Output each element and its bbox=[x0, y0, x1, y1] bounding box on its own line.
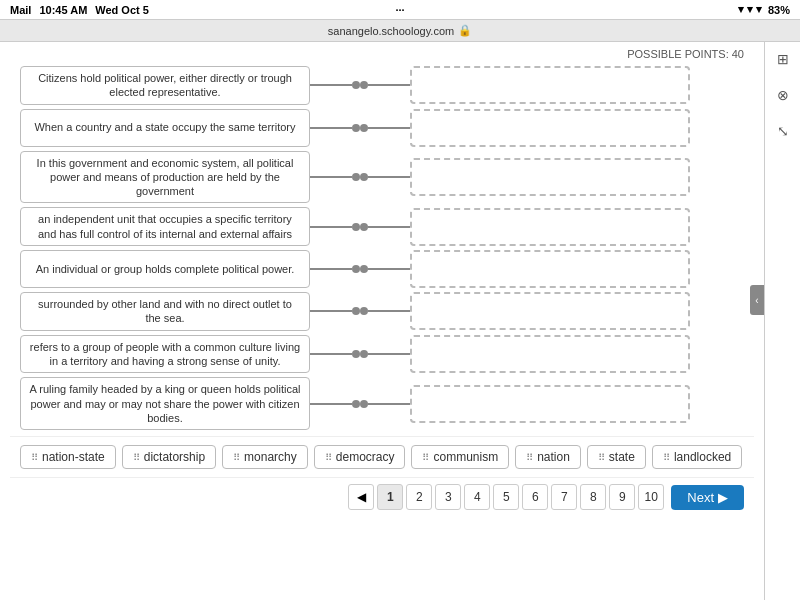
page-button-2[interactable]: 2 bbox=[406, 484, 432, 510]
chips-area: nation-statedictatorshipmonarchydemocrac… bbox=[10, 436, 754, 477]
grid-icon[interactable]: ⊞ bbox=[772, 48, 794, 70]
match-row: Citizens hold political power, either di… bbox=[20, 66, 744, 105]
connector bbox=[310, 173, 410, 181]
answer-chip[interactable]: democracy bbox=[314, 445, 406, 469]
match-row: A ruling family headed by a king or quee… bbox=[20, 377, 744, 430]
page-button-3[interactable]: 3 bbox=[435, 484, 461, 510]
time-label: 10:45 AM bbox=[39, 4, 87, 16]
match-row: When a country and a state occupy the sa… bbox=[20, 109, 744, 147]
sidebar-collapse-button[interactable]: ‹ bbox=[750, 285, 764, 315]
answer-chip[interactable]: communism bbox=[411, 445, 509, 469]
dots-label: ··· bbox=[395, 4, 404, 16]
mail-label: Mail bbox=[10, 4, 31, 16]
page-button-5[interactable]: 5 bbox=[493, 484, 519, 510]
close-circle-icon[interactable]: ⊗ bbox=[772, 84, 794, 106]
match-row: an independent unit that occupies a spec… bbox=[20, 207, 744, 246]
wifi-icon: ▾ ▾ ▾ bbox=[738, 3, 762, 16]
answer-drop-zone[interactable] bbox=[410, 158, 690, 196]
definition-box: surrounded by other land and with no dir… bbox=[20, 292, 310, 331]
connector bbox=[310, 307, 410, 315]
connector bbox=[310, 223, 410, 231]
matching-container: Citizens hold political power, either di… bbox=[10, 66, 754, 430]
page-button-8[interactable]: 8 bbox=[580, 484, 606, 510]
page-button-4[interactable]: 4 bbox=[464, 484, 490, 510]
answer-chip[interactable]: landlocked bbox=[652, 445, 742, 469]
connector bbox=[310, 81, 410, 89]
answer-chip[interactable]: nation-state bbox=[20, 445, 116, 469]
answer-drop-zone[interactable] bbox=[410, 109, 690, 147]
answer-chip[interactable]: state bbox=[587, 445, 646, 469]
definition-box: refers to a group of people with a commo… bbox=[20, 335, 310, 374]
lock-icon: 🔒 bbox=[458, 24, 472, 37]
next-button[interactable]: Next ▶ bbox=[671, 485, 744, 510]
connector bbox=[310, 265, 410, 273]
connector bbox=[310, 124, 410, 132]
page-button-6[interactable]: 6 bbox=[522, 484, 548, 510]
definition-box: an independent unit that occupies a spec… bbox=[20, 207, 310, 246]
definition-box: In this government and economic system, … bbox=[20, 151, 310, 204]
answer-drop-zone[interactable] bbox=[410, 292, 690, 330]
answer-chip[interactable]: dictatorship bbox=[122, 445, 216, 469]
definition-box: When a country and a state occupy the sa… bbox=[20, 109, 310, 147]
status-bar: Mail 10:45 AM Wed Oct 5 ··· ▾ ▾ ▾ 83% bbox=[0, 0, 800, 20]
browser-bar: sanangelo.schoology.com 🔒 bbox=[0, 20, 800, 42]
answer-chip[interactable]: monarchy bbox=[222, 445, 308, 469]
answer-drop-zone[interactable] bbox=[410, 335, 690, 373]
page-button-9[interactable]: 9 bbox=[609, 484, 635, 510]
pagination-bar: ◀ 12345678910 Next ▶ bbox=[10, 477, 754, 516]
match-row: refers to a group of people with a commo… bbox=[20, 335, 744, 374]
match-row: An individual or group holds complete po… bbox=[20, 250, 744, 288]
possible-points: POSSIBLE POINTS: 40 bbox=[10, 48, 754, 60]
battery-label: 83% bbox=[768, 4, 790, 16]
definition-box: Citizens hold political power, either di… bbox=[20, 66, 310, 105]
expand-icon[interactable]: ⤡ bbox=[772, 120, 794, 142]
url-label: sanangelo.schoology.com bbox=[328, 25, 454, 37]
page-button-10[interactable]: 10 bbox=[638, 484, 664, 510]
match-row: surrounded by other land and with no dir… bbox=[20, 292, 744, 331]
answer-drop-zone[interactable] bbox=[410, 385, 690, 423]
date-label: Wed Oct 5 bbox=[95, 4, 149, 16]
definition-box: A ruling family headed by a king or quee… bbox=[20, 377, 310, 430]
right-sidebar: ⊞ ⊗ ⤡ bbox=[764, 42, 800, 600]
page-button-1[interactable]: 1 bbox=[377, 484, 403, 510]
connector bbox=[310, 350, 410, 358]
definition-box: An individual or group holds complete po… bbox=[20, 250, 310, 288]
answer-drop-zone[interactable] bbox=[410, 66, 690, 104]
match-row: In this government and economic system, … bbox=[20, 151, 744, 204]
answer-drop-zone[interactable] bbox=[410, 250, 690, 288]
answer-drop-zone[interactable] bbox=[410, 208, 690, 246]
answer-chip[interactable]: nation bbox=[515, 445, 581, 469]
prev-page-button[interactable]: ◀ bbox=[348, 484, 374, 510]
main-content: POSSIBLE POINTS: 40 Citizens hold politi… bbox=[0, 42, 764, 600]
page-button-7[interactable]: 7 bbox=[551, 484, 577, 510]
connector bbox=[310, 400, 410, 408]
